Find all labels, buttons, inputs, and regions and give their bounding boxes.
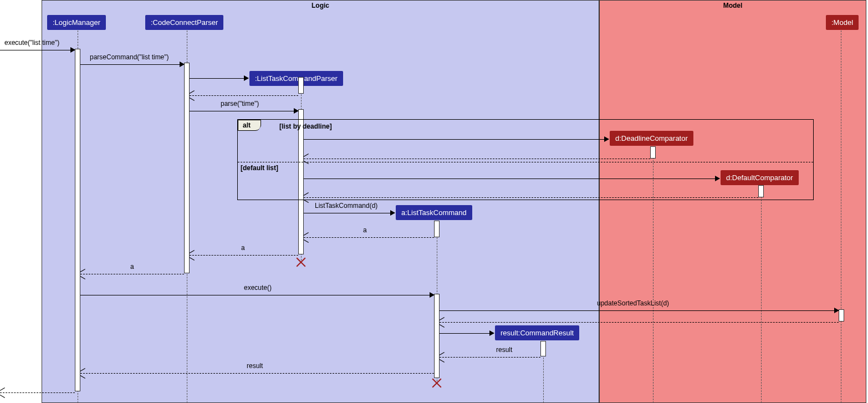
msg-a2-label: a <box>241 244 245 252</box>
msg-a2 <box>190 251 298 259</box>
alt-guard-2: [default list] <box>241 164 278 172</box>
msg-deadline-return <box>304 154 650 163</box>
msg-final-return <box>0 388 75 397</box>
participant-command-result: result:CommandResult <box>495 325 579 340</box>
msg-create-parser-return <box>190 91 298 100</box>
msg-create-default-comparator <box>304 174 719 183</box>
alt-label: alt <box>238 120 261 131</box>
activation-logic-manager <box>75 49 80 391</box>
msg-execute-label2: execute() <box>244 284 272 292</box>
msg-list-task-command-label: ListTaskCommand(d) <box>315 202 377 210</box>
destroy-list-task-command <box>431 377 443 389</box>
msg-result1 <box>440 353 540 361</box>
msg-a1 <box>304 233 434 242</box>
activation-parser-create <box>298 77 304 94</box>
participant-list-task-command: a:ListTaskCommand <box>396 205 472 220</box>
msg-execute-label: execute("list time") <box>4 39 59 47</box>
msg-a1-label: a <box>363 226 367 234</box>
msg-create-parser <box>190 74 248 83</box>
msg-parse-command <box>80 60 184 69</box>
msg-result2 <box>80 369 434 378</box>
msg-update-sorted-return <box>440 318 839 327</box>
msg-list-task-command <box>304 208 395 217</box>
activation-list-task-command-create <box>434 221 440 237</box>
logic-region-label: Logic <box>312 2 329 9</box>
model-region-label: Model <box>723 2 743 9</box>
lifeline-default-comparator <box>761 186 762 403</box>
msg-update-sorted-label: updateSortedTaskList(d) <box>597 299 669 307</box>
msg-parse-time <box>190 106 298 115</box>
msg-default-return <box>304 193 758 202</box>
msg-a3 <box>80 269 184 278</box>
msg-execute <box>80 290 434 299</box>
msg-parse-command-label: parseCommand("list time") <box>90 53 169 61</box>
destroy-parser <box>295 256 307 268</box>
participant-model: :Model <box>826 15 859 30</box>
activation-model <box>839 309 844 322</box>
msg-parse-time-label: parse("time") <box>221 100 259 108</box>
lifeline-model <box>841 30 841 403</box>
activation-command-result <box>540 341 546 356</box>
msg-result1-label: result <box>496 346 512 354</box>
msg-execute-in <box>0 45 75 54</box>
activation-list-task-command-execute <box>434 294 440 378</box>
participant-logic-manager: :LogicManager <box>47 15 106 30</box>
participant-code-connect-parser: :CodeConnectParser <box>145 15 223 30</box>
msg-a3-label: a <box>130 263 134 271</box>
msg-create-deadline-comparator <box>304 135 609 144</box>
sequence-diagram: Logic Model :LogicManager :CodeConnectPa… <box>0 0 868 403</box>
alt-guard-1: [list by deadline] <box>279 123 332 130</box>
msg-update-sorted <box>440 306 839 315</box>
msg-result2-label: result <box>247 362 263 370</box>
msg-create-command-result <box>440 329 494 338</box>
participant-list-task-command-parser: :ListTaskCommandParser <box>249 71 343 86</box>
activation-code-connect-parser <box>184 63 190 273</box>
